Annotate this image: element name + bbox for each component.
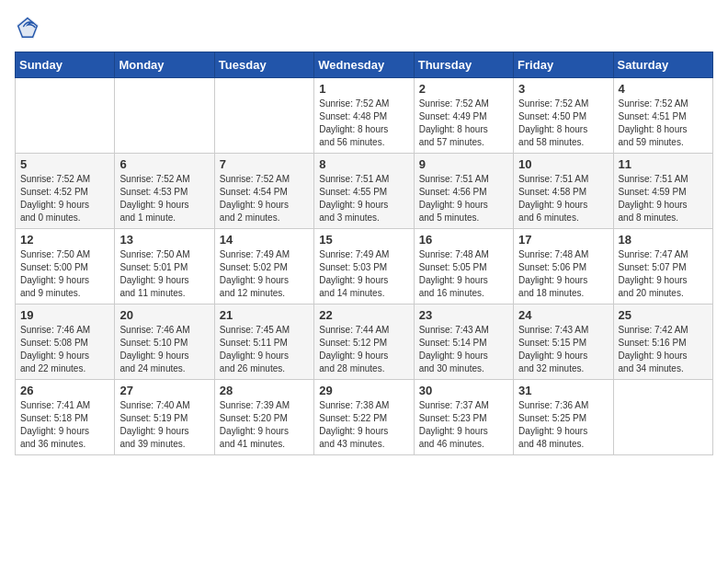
day-info: Sunrise: 7:43 AM Sunset: 5:15 PM Dayligh… — [518, 324, 608, 375]
day-info: Sunrise: 7:38 AM Sunset: 5:22 PM Dayligh… — [319, 399, 408, 451]
week-row-5: 26Sunrise: 7:41 AM Sunset: 5:18 PM Dayli… — [16, 380, 713, 455]
header-monday: Monday — [115, 52, 214, 78]
day-number: 1 — [319, 82, 408, 96]
calendar-cell: 31Sunrise: 7:36 AM Sunset: 5:25 PM Dayli… — [514, 380, 613, 455]
svg-marker-0 — [17, 17, 39, 39]
day-number: 31 — [518, 384, 608, 397]
day-info: Sunrise: 7:50 AM Sunset: 5:01 PM Dayligh… — [119, 248, 209, 300]
calendar-cell: 1Sunrise: 7:52 AM Sunset: 4:48 PM Daylig… — [314, 78, 414, 154]
header-thursday: Thursday — [414, 52, 513, 78]
calendar-cell: 28Sunrise: 7:39 AM Sunset: 5:20 PM Dayli… — [214, 380, 313, 455]
calendar-cell: 6Sunrise: 7:52 AM Sunset: 4:53 PM Daylig… — [115, 154, 214, 229]
calendar-table: SundayMondayTuesdayWednesdayThursdayFrid… — [15, 52, 713, 455]
day-number: 30 — [419, 384, 508, 397]
day-info: Sunrise: 7:52 AM Sunset: 4:48 PM Dayligh… — [319, 98, 408, 149]
day-number: 13 — [119, 233, 209, 247]
day-number: 6 — [119, 157, 209, 171]
day-info: Sunrise: 7:48 AM Sunset: 5:05 PM Dayligh… — [419, 248, 508, 300]
day-number: 28 — [220, 384, 309, 397]
day-info: Sunrise: 7:51 AM Sunset: 4:59 PM Dayligh… — [619, 173, 708, 224]
day-number: 20 — [119, 308, 209, 322]
calendar-cell: 20Sunrise: 7:46 AM Sunset: 5:10 PM Dayli… — [115, 304, 214, 380]
calendar-cell — [115, 78, 214, 154]
day-info: Sunrise: 7:50 AM Sunset: 5:00 PM Dayligh… — [20, 248, 109, 300]
day-number: 24 — [518, 308, 608, 322]
week-row-2: 5Sunrise: 7:52 AM Sunset: 4:52 PM Daylig… — [16, 154, 713, 229]
day-info: Sunrise: 7:47 AM Sunset: 5:07 PM Dayligh… — [619, 248, 708, 300]
day-info: Sunrise: 7:48 AM Sunset: 5:06 PM Dayligh… — [518, 248, 608, 300]
day-info: Sunrise: 7:42 AM Sunset: 5:16 PM Dayligh… — [619, 324, 708, 375]
day-info: Sunrise: 7:36 AM Sunset: 5:25 PM Dayligh… — [518, 399, 608, 451]
day-info: Sunrise: 7:52 AM Sunset: 4:54 PM Dayligh… — [220, 173, 309, 224]
calendar-cell: 12Sunrise: 7:50 AM Sunset: 5:00 PM Dayli… — [16, 229, 115, 304]
calendar-cell: 13Sunrise: 7:50 AM Sunset: 5:01 PM Dayli… — [115, 229, 214, 304]
calendar-cell: 9Sunrise: 7:51 AM Sunset: 4:56 PM Daylig… — [414, 154, 513, 229]
day-number: 14 — [220, 233, 309, 247]
calendar-cell: 27Sunrise: 7:40 AM Sunset: 5:19 PM Dayli… — [115, 380, 214, 455]
calendar-cell: 17Sunrise: 7:48 AM Sunset: 5:06 PM Dayli… — [514, 229, 613, 304]
calendar-cell: 2Sunrise: 7:52 AM Sunset: 4:49 PM Daylig… — [414, 78, 513, 154]
calendar-cell: 22Sunrise: 7:44 AM Sunset: 5:12 PM Dayli… — [314, 304, 414, 380]
day-info: Sunrise: 7:52 AM Sunset: 4:52 PM Dayligh… — [20, 173, 109, 224]
day-number: 3 — [518, 82, 608, 96]
day-number: 7 — [220, 157, 309, 171]
day-info: Sunrise: 7:40 AM Sunset: 5:19 PM Dayligh… — [119, 399, 209, 451]
day-number: 29 — [319, 384, 408, 397]
day-number: 26 — [20, 384, 109, 397]
day-info: Sunrise: 7:46 AM Sunset: 5:10 PM Dayligh… — [119, 324, 209, 375]
day-number: 12 — [20, 233, 109, 247]
calendar-cell: 26Sunrise: 7:41 AM Sunset: 5:18 PM Dayli… — [16, 380, 115, 455]
day-number: 2 — [419, 82, 508, 96]
calendar-cell: 3Sunrise: 7:52 AM Sunset: 4:50 PM Daylig… — [514, 78, 613, 154]
day-number: 25 — [619, 308, 708, 322]
day-number: 17 — [518, 233, 608, 247]
day-number: 10 — [518, 157, 608, 171]
day-info: Sunrise: 7:52 AM Sunset: 4:49 PM Dayligh… — [419, 98, 508, 149]
calendar-cell: 30Sunrise: 7:37 AM Sunset: 5:23 PM Dayli… — [414, 380, 513, 455]
day-number: 8 — [319, 157, 408, 171]
calendar-cell: 23Sunrise: 7:43 AM Sunset: 5:14 PM Dayli… — [414, 304, 513, 380]
calendar-cell: 5Sunrise: 7:52 AM Sunset: 4:52 PM Daylig… — [16, 154, 115, 229]
day-info: Sunrise: 7:52 AM Sunset: 4:51 PM Dayligh… — [619, 98, 708, 149]
calendar-cell: 16Sunrise: 7:48 AM Sunset: 5:05 PM Dayli… — [414, 229, 513, 304]
calendar-cell — [613, 380, 712, 455]
calendar-cell: 7Sunrise: 7:52 AM Sunset: 4:54 PM Daylig… — [214, 154, 313, 229]
calendar-cell: 4Sunrise: 7:52 AM Sunset: 4:51 PM Daylig… — [613, 78, 712, 154]
logo — [15, 15, 44, 40]
calendar-cell: 11Sunrise: 7:51 AM Sunset: 4:59 PM Dayli… — [613, 154, 712, 229]
day-info: Sunrise: 7:45 AM Sunset: 5:11 PM Dayligh… — [220, 324, 309, 375]
calendar-cell: 18Sunrise: 7:47 AM Sunset: 5:07 PM Dayli… — [613, 229, 712, 304]
calendar-cell — [16, 78, 115, 154]
day-info: Sunrise: 7:52 AM Sunset: 4:50 PM Dayligh… — [518, 98, 608, 149]
calendar-cell: 21Sunrise: 7:45 AM Sunset: 5:11 PM Dayli… — [214, 304, 313, 380]
day-info: Sunrise: 7:49 AM Sunset: 5:03 PM Dayligh… — [319, 248, 408, 300]
logo-icon — [15, 15, 40, 40]
day-number: 23 — [419, 308, 508, 322]
day-number: 5 — [20, 157, 109, 171]
day-info: Sunrise: 7:44 AM Sunset: 5:12 PM Dayligh… — [319, 324, 408, 375]
day-number: 16 — [419, 233, 508, 247]
day-number: 11 — [619, 157, 708, 171]
header-saturday: Saturday — [613, 52, 712, 78]
day-number: 4 — [619, 82, 708, 96]
day-number: 9 — [419, 157, 508, 171]
days-header-row: SundayMondayTuesdayWednesdayThursdayFrid… — [16, 52, 713, 78]
calendar-cell: 19Sunrise: 7:46 AM Sunset: 5:08 PM Dayli… — [16, 304, 115, 380]
day-info: Sunrise: 7:51 AM Sunset: 4:58 PM Dayligh… — [518, 173, 608, 224]
week-row-3: 12Sunrise: 7:50 AM Sunset: 5:00 PM Dayli… — [16, 229, 713, 304]
day-info: Sunrise: 7:51 AM Sunset: 4:55 PM Dayligh… — [319, 173, 408, 224]
header-sunday: Sunday — [16, 52, 115, 78]
calendar-cell: 15Sunrise: 7:49 AM Sunset: 5:03 PM Dayli… — [314, 229, 414, 304]
day-number: 21 — [220, 308, 309, 322]
calendar-cell: 25Sunrise: 7:42 AM Sunset: 5:16 PM Dayli… — [613, 304, 712, 380]
day-number: 27 — [119, 384, 209, 397]
day-info: Sunrise: 7:41 AM Sunset: 5:18 PM Dayligh… — [20, 399, 109, 451]
day-info: Sunrise: 7:52 AM Sunset: 4:53 PM Dayligh… — [119, 173, 209, 224]
day-number: 22 — [319, 308, 408, 322]
day-info: Sunrise: 7:51 AM Sunset: 4:56 PM Dayligh… — [419, 173, 508, 224]
day-number: 19 — [20, 308, 109, 322]
calendar-cell — [214, 78, 313, 154]
calendar-cell: 14Sunrise: 7:49 AM Sunset: 5:02 PM Dayli… — [214, 229, 313, 304]
calendar-cell: 24Sunrise: 7:43 AM Sunset: 5:15 PM Dayli… — [514, 304, 613, 380]
day-info: Sunrise: 7:49 AM Sunset: 5:02 PM Dayligh… — [220, 248, 309, 300]
